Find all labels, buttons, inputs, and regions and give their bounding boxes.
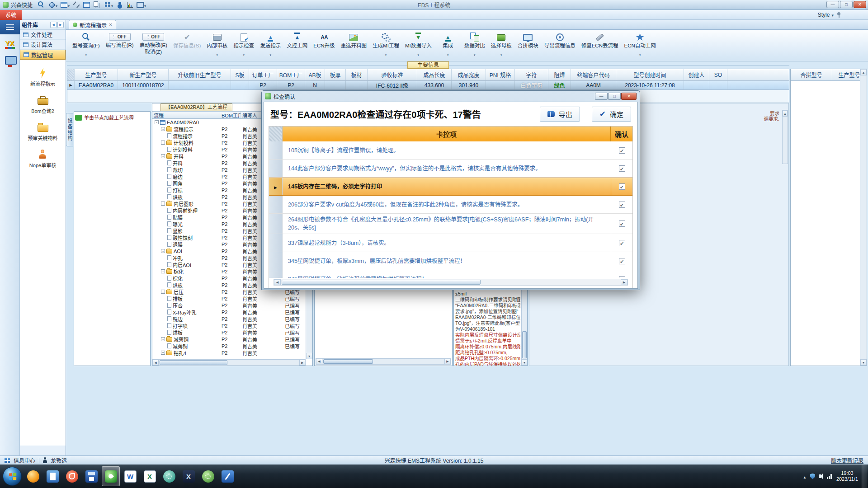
monitor-icon[interactable]: [136, 1, 147, 9]
dock-right-icon[interactable]: [57, 22, 64, 28]
dropdown-caret-icon[interactable]: [269, 50, 272, 53]
ribbon-button[interactable]: 保存信息(S): [173, 32, 201, 49]
tab-new-process-instruction[interactable]: 新流程指示: [69, 20, 116, 29]
expand-toggle-icon[interactable]: -: [161, 269, 165, 273]
scroll-down-icon[interactable]: [522, 359, 527, 366]
main-menu-button[interactable]: [0, 20, 20, 34]
network-tray-icon[interactable]: [827, 474, 833, 479]
scroll-right-icon[interactable]: [299, 360, 306, 366]
expand-toggle-icon[interactable]: -: [161, 337, 165, 341]
ribbon-button[interactable]: 数据对比: [464, 32, 485, 53]
ribbon-button[interactable]: 内部审核: [207, 32, 227, 53]
mail-red[interactable]: [63, 466, 81, 486]
component-tool[interactable]: 新流程指示: [30, 67, 55, 87]
confirm-checkbox[interactable]: [619, 221, 625, 227]
dropdown-caret-icon[interactable]: [56, 1, 57, 9]
tree-row[interactable]: 排板 P2 肖吉美 已编写: [152, 295, 306, 302]
component-tool[interactable]: Nope单审核: [29, 149, 56, 169]
browser-orange[interactable]: [24, 466, 42, 486]
expand-toggle-icon[interactable]: -: [161, 202, 165, 206]
scroll-left-icon[interactable]: [152, 360, 159, 366]
confirm-checkbox[interactable]: [619, 276, 625, 278]
column-header[interactable]: PNL规格: [486, 69, 515, 80]
copy-icon[interactable]: [92, 1, 102, 9]
check-item-row[interactable]: 264图形电镀参数不符合《孔密度大且最小孔径≤0.25mm》的联络单要求[电镀(…: [269, 214, 632, 234]
system-menu-tab[interactable]: 系统: [0, 10, 22, 20]
check-item-row[interactable]: 145板内存在二维码，必须走字符打印: [269, 178, 632, 196]
dialog-close-button[interactable]: [621, 93, 637, 100]
tree-row[interactable]: 压合 P2 肖吉美 已编写: [152, 302, 306, 309]
grid-icon[interactable]: [103, 1, 114, 9]
vertical-scrollbar[interactable]: [860, 69, 867, 366]
column-header[interactable]: 阻焊: [548, 69, 571, 80]
collapse-left-icon[interactable]: [50, 22, 57, 28]
tool-teal[interactable]: [160, 466, 178, 486]
column-header[interactable]: 字符: [515, 69, 548, 80]
confirm-checkbox[interactable]: [619, 147, 625, 154]
window-maximize-button[interactable]: [840, 1, 853, 8]
horizontal-scrollbar[interactable]: [152, 359, 306, 366]
tree-column-header[interactable]: BOM工厂: [220, 112, 241, 118]
scroll-down-icon[interactable]: [860, 359, 867, 366]
volume-tray-icon[interactable]: [819, 474, 821, 478]
start-button[interactable]: [3, 467, 22, 486]
dropdown-caret-icon[interactable]: [500, 50, 503, 53]
dropdown-caret-icon[interactable]: [144, 1, 146, 9]
column-header[interactable]: AB板: [305, 69, 325, 80]
ribbon-button[interactable]: 型号查询(F): [72, 32, 100, 53]
column-header[interactable]: 创建人: [684, 69, 709, 80]
eds-green[interactable]: [102, 466, 120, 486]
dialog-minimize-button[interactable]: [595, 93, 608, 100]
tree-row[interactable]: - 减薄铜 P2 肖吉美 已编写: [152, 336, 306, 343]
confirm-checkbox[interactable]: [619, 183, 625, 190]
dropdown-caret-icon[interactable]: [385, 50, 387, 53]
expand-toggle-icon[interactable]: -: [161, 141, 165, 145]
tab-device-structure[interactable]: 设备结构: [66, 113, 73, 146]
ribbon-button[interactable]: 重选开料图: [341, 32, 367, 49]
dropdown-caret-icon[interactable]: [85, 50, 87, 53]
ribbon-button[interactable]: OFF 编写流程(R): [106, 32, 134, 49]
tree-row[interactable]: 打字喷 P2 肖吉美 已编写: [152, 322, 306, 329]
off-toggle[interactable]: OFF: [109, 33, 131, 41]
column-header[interactable]: 板厚: [325, 69, 346, 80]
off-toggle[interactable]: OFF: [142, 33, 164, 41]
column-header[interactable]: 升级前旧生产型号: [169, 69, 231, 80]
user-icon[interactable]: [115, 1, 124, 9]
expand-toggle-icon[interactable]: +: [161, 351, 165, 355]
column-header[interactable]: 合拼型号: [791, 69, 832, 80]
check-item-row[interactable]: 144此客户部分客户要求周期格式为“wwyy”，但实际备注的不是此格式，请核实是…: [269, 160, 632, 178]
excel-green[interactable]: X: [141, 466, 159, 486]
scissors-icon[interactable]: [71, 1, 81, 9]
search-icon[interactable]: [37, 1, 46, 9]
dropdown-caret-icon[interactable]: [639, 50, 642, 53]
check-item-row[interactable]: 345星网锐捷订单，钻板流程前需要增加烘板整平流程！: [269, 270, 632, 278]
chart-icon[interactable]: [125, 1, 135, 9]
confirm-checkbox[interactable]: [619, 165, 625, 172]
vertical-scrollbar[interactable]: [782, 110, 788, 164]
tree-row[interactable]: 铣边 P2 肖吉美 已编写: [152, 315, 306, 322]
confirm-checkbox[interactable]: [619, 258, 625, 264]
tree-row[interactable]: 减薄铜 P2 肖吉美 已编写: [152, 343, 306, 349]
ribbon-button[interactable]: 文控上网: [287, 32, 307, 49]
show-desktop-button[interactable]: [862, 465, 867, 488]
column-header[interactable]: 生产型号: [75, 69, 118, 80]
column-header[interactable]: 新生产型号: [118, 69, 169, 80]
scrollbar-thumb[interactable]: [323, 359, 373, 364]
dropdown-caret-icon[interactable]: [242, 50, 245, 53]
style-selector[interactable]: Style: [815, 12, 836, 18]
save-blue[interactable]: [82, 466, 100, 486]
component-tab[interactable]: 文件处理: [20, 30, 66, 40]
tree-column-header[interactable]: 流程: [152, 112, 220, 118]
component-tab[interactable]: 数据管理: [20, 50, 66, 60]
column-header[interactable]: 型号创建时间: [616, 69, 684, 80]
security-tray-icon[interactable]: [810, 474, 815, 479]
column-header[interactable]: BOM工厂: [277, 69, 305, 80]
confirm-button[interactable]: 确定: [592, 107, 631, 122]
component-tab[interactable]: 设计算法: [20, 40, 66, 50]
column-header[interactable]: 验收标准: [368, 69, 417, 80]
ribbon-button[interactable]: ECN升级: [313, 32, 335, 49]
globe-icon[interactable]: [47, 1, 58, 9]
column-header[interactable]: 终端客户代码: [571, 69, 616, 80]
check-item-row[interactable]: 337镍厚超常规能力（3-8um），请核实。: [269, 234, 632, 252]
column-header[interactable]: S板: [231, 69, 249, 80]
